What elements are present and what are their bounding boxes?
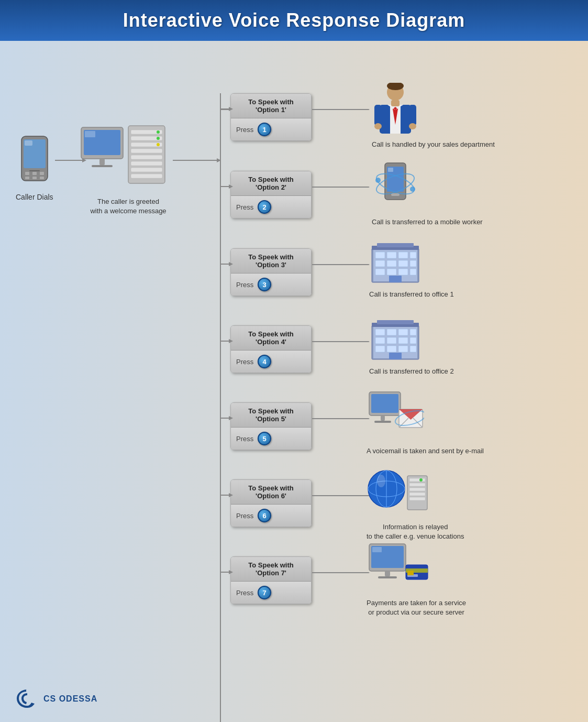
svg-marker-47 — [365, 187, 370, 188]
option-7-title: To Speek with'Option 7' — [231, 557, 311, 582]
svg-rect-93 — [389, 353, 402, 359]
outcome-3-label: Call is transferred to office 1 — [369, 290, 454, 299]
svg-rect-89 — [398, 346, 408, 352]
outcome-7: Payments are taken for a serviceor produ… — [367, 541, 466, 617]
svg-rect-116 — [409, 493, 425, 496]
svg-point-118 — [419, 478, 423, 482]
svg-rect-82 — [410, 329, 416, 335]
option-6-title: To Speek with'Option 6' — [231, 480, 311, 505]
option-3-badge: 3 — [258, 278, 271, 291]
svg-rect-86 — [410, 337, 416, 344]
arrow-outcome-2 — [312, 187, 370, 188]
outcome-5: A voicemail is taken and sent by e-mail — [367, 389, 484, 456]
svg-rect-22 — [131, 155, 162, 159]
outcome-1-label: Call is handled by your sales department — [372, 140, 495, 149]
svg-rect-6 — [25, 177, 29, 179]
outcome-6-label: Information is relayedto the caller e.g.… — [367, 522, 464, 541]
svg-rect-23 — [131, 161, 162, 166]
voicemail-email-icon — [367, 389, 424, 442]
option-box-7: To Speek with'Option 7' Press 7 — [230, 556, 312, 604]
svg-rect-21 — [131, 149, 162, 153]
svg-rect-42 — [374, 105, 382, 126]
svg-rect-123 — [372, 547, 382, 552]
office-building-2-icon — [369, 315, 421, 362]
option-box-1: To Speek with'Option 1' Press 1 — [230, 93, 312, 141]
svg-rect-2 — [25, 140, 32, 146]
svg-rect-115 — [409, 488, 425, 491]
svg-rect-85 — [398, 337, 408, 344]
option-1-bottom: Press 1 — [231, 118, 311, 140]
svg-rect-117 — [409, 497, 425, 500]
svg-rect-3 — [25, 172, 29, 175]
option-3-bottom: Press 3 — [231, 274, 311, 296]
svg-rect-125 — [378, 576, 397, 578]
svg-rect-65 — [387, 260, 396, 267]
svg-rect-16 — [92, 165, 113, 167]
svg-rect-114 — [409, 483, 425, 486]
option-2-bottom: Press 2 — [231, 196, 311, 218]
option-4-bottom: Press 4 — [231, 351, 311, 373]
outcome-4-label: Call is transferred to office 2 — [369, 367, 454, 376]
svg-rect-113 — [409, 478, 425, 482]
svg-rect-81 — [398, 329, 408, 335]
svg-rect-98 — [381, 415, 385, 421]
arrow-outcome-3 — [312, 264, 370, 265]
header-title: Interactive Voice Response Diagram — [123, 9, 465, 31]
svg-rect-80 — [387, 329, 396, 335]
svg-point-55 — [410, 187, 415, 192]
outcome-2: Call is transferred to a mobile worker — [372, 160, 483, 227]
svg-rect-60 — [375, 252, 385, 258]
svg-rect-24 — [131, 168, 162, 172]
svg-rect-71 — [410, 269, 416, 275]
arrow-to-option-1 — [220, 109, 231, 110]
caller-label: Caller Dials — [16, 193, 53, 201]
svg-point-45 — [409, 123, 416, 129]
svg-rect-70 — [398, 269, 408, 275]
svg-rect-68 — [375, 269, 385, 275]
person-icon — [372, 83, 419, 135]
arrow-outcome-4 — [312, 341, 370, 342]
svg-point-54 — [375, 178, 381, 183]
arrow-outcome-6 — [312, 495, 370, 496]
option-5-bottom: Press 5 — [231, 428, 311, 450]
svg-rect-66 — [398, 260, 408, 267]
option-4-title: To Speek with'Option 4' — [231, 326, 311, 351]
svg-rect-97 — [371, 394, 398, 413]
svg-point-111 — [377, 475, 385, 487]
option-6-badge: 6 — [258, 509, 271, 522]
option-7-press: Press — [236, 589, 253, 597]
arrow-outcome-7 — [312, 572, 370, 573]
option-box-5: To Speek with'Option 5' Press 5 — [230, 402, 312, 450]
svg-rect-51 — [391, 193, 400, 196]
trunk-line — [220, 93, 221, 722]
caller-section: Caller Dials — [16, 135, 53, 201]
option-box-3: To Speek with'Option 3' Press 3 — [230, 248, 312, 296]
outcome-6: Information is relayedto the caller e.g.… — [367, 465, 464, 541]
option-3-press: Press — [236, 281, 253, 289]
server-label: The caller is greeted with a welcome mes… — [90, 197, 166, 216]
svg-rect-88 — [387, 346, 396, 352]
office-building-1-icon — [369, 238, 421, 285]
option-7-bottom: Press 7 — [231, 582, 311, 604]
outcome-5-label: A voicemail is taken and sent by e-mail — [367, 446, 484, 456]
svg-rect-90 — [410, 346, 416, 352]
logo-icon — [16, 687, 39, 710]
option-2-badge: 2 — [258, 200, 271, 214]
option-box-6: To Speek with'Option 6' Press 6 — [230, 479, 312, 527]
option-box-4: To Speek with'Option 4' Press 4 — [230, 325, 312, 373]
svg-rect-43 — [409, 105, 416, 126]
svg-rect-39 — [391, 100, 400, 106]
svg-rect-83 — [375, 337, 385, 344]
option-6-bottom: Press 6 — [231, 505, 311, 527]
option-3-title: To Speek with'Option 3' — [231, 249, 311, 274]
outcome-1: Call is handled by your sales department — [372, 83, 495, 149]
option-2-press: Press — [236, 203, 253, 211]
svg-rect-73 — [377, 243, 414, 247]
svg-marker-33 — [365, 109, 370, 110]
outcome-2-label: Call is transferred to a mobile worker — [372, 217, 483, 227]
outcome-7-label: Payments are taken for a serviceor produ… — [367, 598, 466, 617]
svg-point-27 — [157, 137, 160, 140]
svg-rect-50 — [388, 168, 393, 172]
outcome-3: Call is transferred to office 1 — [369, 238, 454, 299]
svg-rect-25 — [131, 174, 162, 178]
